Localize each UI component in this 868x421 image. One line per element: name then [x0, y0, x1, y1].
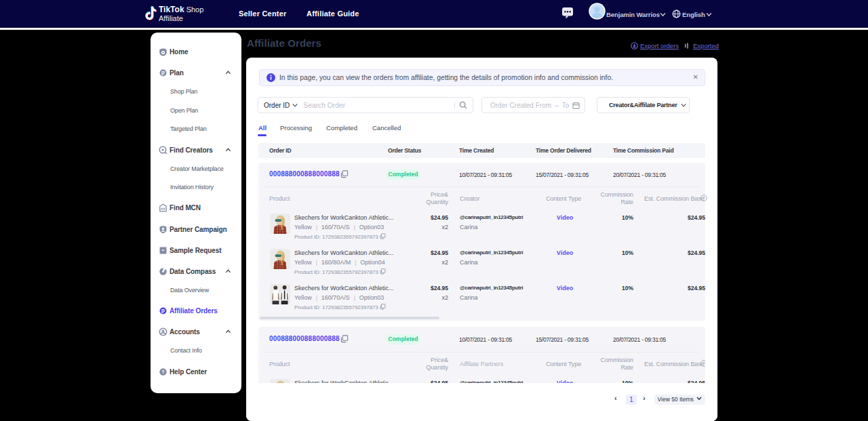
svg-text:?: ? — [703, 361, 705, 365]
svg-text:?: ? — [161, 369, 165, 375]
svg-text:?: ? — [703, 195, 705, 200]
